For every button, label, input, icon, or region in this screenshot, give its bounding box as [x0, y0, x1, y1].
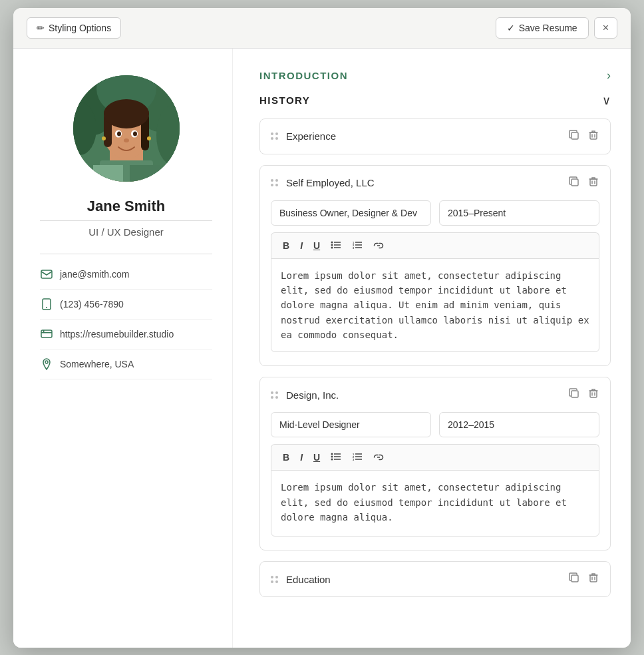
experience-delete-button[interactable]: [587, 128, 599, 144]
svg-rect-26: [41, 332, 52, 333]
svg-point-14: [104, 99, 149, 128]
experience-card-header: [260, 119, 610, 154]
styling-options-button[interactable]: ✏ Styling Options: [27, 17, 121, 39]
self-employed-copy-button[interactable]: [567, 175, 581, 191]
svg-point-28: [45, 361, 48, 363]
self-employed-toolbar: B I U 123: [271, 232, 599, 258]
design-inc-description[interactable]: Lorem ipsum dolor sit amet, consectetur …: [271, 470, 599, 537]
contact-email: jane@smith.com: [40, 260, 212, 290]
self-employed-editor: B I U 123: [271, 232, 599, 355]
top-bar: ✏ Styling Options ✓ Save Resume ×: [13, 8, 631, 49]
toolbar-ul-1[interactable]: [327, 238, 345, 253]
design-inc-fields-row: [271, 412, 599, 437]
location-icon: [40, 357, 53, 371]
history-header: HISTORY ∨: [259, 93, 611, 108]
toolbar-link-1[interactable]: [370, 238, 387, 253]
self-employed-description[interactable]: Lorem ipsum dolor sit amet, consectetur …: [271, 258, 599, 353]
pencil-icon: ✏: [37, 23, 45, 33]
svg-text:3: 3: [353, 246, 355, 249]
svg-point-52: [331, 459, 333, 461]
drag-handle-education[interactable]: [271, 576, 278, 583]
svg-point-18: [133, 131, 137, 136]
introduction-expand-icon[interactable]: ›: [607, 69, 611, 83]
education-card: [259, 561, 611, 597]
experience-card: [259, 118, 611, 154]
svg-rect-8: [93, 165, 123, 182]
svg-rect-25: [41, 330, 52, 337]
save-resume-button[interactable]: ✓ Save Resume: [496, 17, 589, 39]
design-inc-delete-button[interactable]: [587, 387, 599, 403]
svg-rect-31: [571, 179, 578, 186]
svg-rect-46: [590, 391, 597, 397]
design-inc-card-actions: [567, 387, 599, 403]
drag-handle-design-inc[interactable]: [271, 391, 278, 399]
avatar-container: [40, 75, 212, 182]
close-button[interactable]: ×: [594, 17, 617, 39]
web-icon: [40, 328, 53, 341]
svg-point-50: [331, 453, 333, 455]
toolbar-bold-2[interactable]: B: [279, 450, 293, 465]
profile-name: Jane Smith: [40, 198, 212, 215]
styling-options-label: Styling Options: [49, 23, 111, 33]
education-card-header: [260, 562, 610, 596]
close-icon: ×: [603, 22, 609, 33]
education-copy-button[interactable]: [567, 571, 581, 587]
design-inc-dates-input[interactable]: [439, 412, 599, 437]
toolbar-underline-1[interactable]: U: [310, 238, 323, 253]
history-collapse-icon[interactable]: ∨: [602, 93, 611, 108]
experience-title-input[interactable]: [286, 130, 560, 142]
drag-handle-experience[interactable]: [271, 132, 278, 140]
design-inc-card-header: [260, 377, 610, 412]
save-resume-label: Save Resume: [519, 23, 577, 33]
experience-copy-button[interactable]: [567, 128, 581, 144]
toolbar-underline-2[interactable]: U: [310, 450, 323, 465]
design-inc-card-body: B I U 123: [260, 412, 610, 550]
contact-location: Somewhere, USA: [40, 349, 212, 379]
education-title-input[interactable]: [286, 574, 560, 585]
self-employed-title-input[interactable]: [286, 177, 560, 188]
toolbar-ul-2[interactable]: [327, 450, 345, 465]
design-inc-copy-button[interactable]: [567, 387, 581, 403]
education-delete-button[interactable]: [587, 571, 599, 587]
svg-point-38: [331, 246, 333, 248]
toolbar-bold-1[interactable]: B: [279, 238, 293, 253]
right-panel: INTRODUCTION › HISTORY ∨: [233, 49, 631, 648]
self-employed-card-actions: [567, 175, 599, 191]
svg-rect-22: [41, 270, 52, 278]
drag-handle-self-employed[interactable]: [271, 179, 278, 186]
design-inc-editor: B I U 123: [271, 444, 599, 539]
self-employed-delete-button[interactable]: [587, 175, 599, 191]
toolbar-ol-1[interactable]: 123: [349, 238, 366, 253]
toolbar-ol-2[interactable]: 123: [349, 450, 366, 465]
email-icon: [40, 268, 53, 281]
introduction-title: INTRODUCTION: [259, 70, 348, 81]
design-inc-card: B I U 123: [259, 377, 611, 550]
toolbar-link-2[interactable]: [370, 450, 387, 465]
self-employed-card-body: B I U 123: [260, 200, 610, 366]
svg-rect-45: [571, 391, 578, 397]
web-text: https://resumebuilder.studio: [60, 329, 174, 339]
svg-point-20: [102, 136, 106, 140]
svg-point-21: [147, 136, 151, 140]
profile-divider-2: [40, 254, 212, 254]
email-text: jane@smith.com: [60, 269, 129, 280]
top-bar-right: ✓ Save Resume ×: [496, 17, 617, 39]
svg-rect-59: [571, 575, 578, 582]
self-employed-fields-row: [271, 200, 599, 226]
toolbar-italic-2[interactable]: I: [297, 450, 306, 465]
self-employed-role-input[interactable]: [271, 200, 431, 226]
design-inc-role-input[interactable]: [271, 412, 431, 437]
toolbar-italic-1[interactable]: I: [297, 238, 306, 253]
svg-rect-32: [590, 179, 597, 186]
history-title: HISTORY: [259, 95, 310, 106]
avatar[interactable]: [73, 75, 180, 182]
location-text: Somewhere, USA: [60, 359, 134, 369]
design-inc-title-input[interactable]: [286, 389, 560, 401]
experience-card-actions: [567, 128, 599, 144]
app-window: ✏ Styling Options ✓ Save Resume ×: [13, 8, 631, 648]
svg-rect-30: [590, 132, 597, 139]
sidebar: Jane Smith UI / UX Designer jane@smith.c…: [13, 49, 233, 648]
main-content: Jane Smith UI / UX Designer jane@smith.c…: [13, 49, 631, 648]
introduction-header: INTRODUCTION ›: [259, 69, 611, 83]
self-employed-dates-input[interactable]: [439, 200, 599, 226]
